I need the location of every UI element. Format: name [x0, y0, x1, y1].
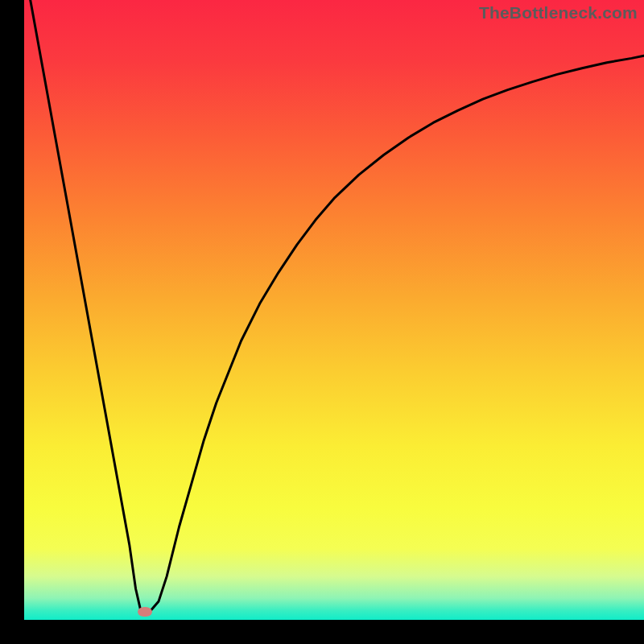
minimum-marker [138, 607, 152, 617]
chart-svg [24, 0, 644, 620]
watermark-label: TheBottleneck.com [479, 3, 638, 23]
chart-container: TheBottleneck.com [24, 0, 644, 620]
gradient-background [24, 0, 644, 620]
